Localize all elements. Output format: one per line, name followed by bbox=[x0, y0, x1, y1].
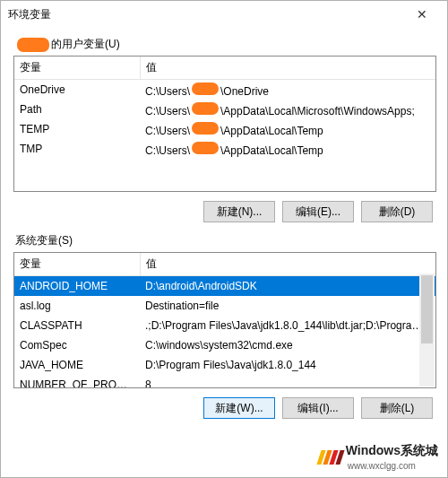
cell-var-name: JAVA_HOME bbox=[14, 355, 140, 375]
col-header-value[interactable]: 值 bbox=[140, 56, 435, 80]
censor-mark bbox=[192, 83, 219, 95]
cell-var-name: TEMP bbox=[14, 119, 140, 139]
watermark-text: Windows系统城 bbox=[346, 443, 438, 457]
censor-mark bbox=[192, 142, 219, 154]
watermark-url: www.wxclgg.com bbox=[348, 461, 416, 471]
system-vars-table[interactable]: 变量 值 ANDROID_HOMED:\android\AndroidSDKas… bbox=[13, 252, 436, 388]
system-vars-buttons: 新建(W)... 编辑(I)... 删除(L) bbox=[13, 397, 433, 419]
cell-var-value: Destination=file bbox=[140, 296, 435, 316]
system-edit-button[interactable]: 编辑(I)... bbox=[282, 397, 354, 419]
table-row[interactable]: PathC:\Users\\AppData\Local\Microsoft\Wi… bbox=[14, 100, 435, 119]
col-header-name[interactable]: 变量 bbox=[14, 253, 140, 276]
close-button[interactable]: ✕ bbox=[404, 2, 440, 27]
cell-var-name: TMP bbox=[14, 139, 140, 159]
censor-mark bbox=[192, 122, 219, 135]
censor-mark bbox=[192, 102, 219, 115]
user-delete-button[interactable]: 删除(D) bbox=[361, 201, 433, 222]
col-header-value[interactable]: 值 bbox=[140, 253, 435, 276]
cell-var-value: D:\android\AndroidSDK bbox=[140, 276, 435, 297]
cell-var-name: ANDROID_HOME bbox=[14, 276, 140, 297]
cell-var-value: D:\Program Files\Java\jdk1.8.0_144 bbox=[140, 355, 435, 375]
close-icon: ✕ bbox=[417, 7, 427, 22]
table-header-row: 变量 值 bbox=[14, 253, 435, 276]
table-row[interactable]: TEMPC:\Users\\AppData\Local\Temp bbox=[14, 119, 435, 139]
user-vars-label: 的用户变量(U) bbox=[15, 37, 436, 52]
table-row[interactable]: TMPC:\Users\\AppData\Local\Temp bbox=[14, 139, 435, 159]
user-vars-buttons: 新建(N)... 编辑(E)... 删除(D) bbox=[13, 201, 433, 222]
window-title: 环境变量 bbox=[8, 7, 404, 22]
table-row[interactable]: NUMBER_OF_PROCESSORS8 bbox=[14, 375, 435, 388]
scrollbar-thumb[interactable] bbox=[421, 275, 433, 343]
cell-var-value: 8 bbox=[140, 375, 435, 388]
scrollbar[interactable] bbox=[419, 274, 435, 387]
table-row[interactable]: asl.logDestination=file bbox=[14, 296, 435, 316]
system-new-button[interactable]: 新建(W)... bbox=[203, 397, 275, 419]
cell-var-value: C:\Users\\AppData\Local\Temp bbox=[140, 119, 435, 139]
dialog-body: 的用户变量(U) 变量 值 OneDriveC:\Users\\OneDrive… bbox=[1, 28, 447, 419]
watermark: Windows系统城 www.wxclgg.com bbox=[319, 443, 438, 472]
table-row[interactable]: CLASSPATH.;D:\Program Files\Java\jdk1.8.… bbox=[14, 316, 435, 335]
cell-var-value: C:\Users\\AppData\Local\Temp bbox=[140, 139, 435, 159]
cell-var-name: NUMBER_OF_PROCESSORS bbox=[14, 375, 140, 388]
env-vars-dialog: 环境变量 ✕ 的用户变量(U) 变量 值 OneDriveC:\Users\\O… bbox=[0, 0, 448, 478]
table-row[interactable]: ANDROID_HOMED:\android\AndroidSDK bbox=[14, 276, 435, 297]
table-header-row: 变量 值 bbox=[14, 56, 435, 80]
titlebar: 环境变量 ✕ bbox=[1, 1, 447, 28]
col-header-name[interactable]: 变量 bbox=[14, 56, 140, 80]
cell-var-name: OneDrive bbox=[14, 80, 140, 100]
cell-var-name: ComSpec bbox=[14, 335, 140, 355]
cell-var-name: asl.log bbox=[14, 296, 140, 316]
user-new-button[interactable]: 新建(N)... bbox=[203, 201, 275, 222]
cell-var-name: CLASSPATH bbox=[14, 316, 140, 335]
censor-mark bbox=[17, 38, 49, 52]
table-row[interactable]: OneDriveC:\Users\\OneDrive bbox=[14, 80, 435, 100]
user-vars-table[interactable]: 变量 值 OneDriveC:\Users\\OneDrivePathC:\Us… bbox=[13, 56, 436, 192]
cell-var-value: .;D:\Program Files\Java\jdk1.8.0_144\lib… bbox=[140, 316, 435, 335]
user-edit-button[interactable]: 编辑(E)... bbox=[282, 201, 354, 222]
watermark-bars-icon bbox=[316, 450, 344, 465]
table-row[interactable]: JAVA_HOMED:\Program Files\Java\jdk1.8.0_… bbox=[14, 355, 435, 375]
cell-var-value: C:\Users\\OneDrive bbox=[140, 80, 435, 100]
system-vars-label: 系统变量(S) bbox=[15, 233, 436, 248]
cell-var-value: C:\Users\\AppData\Local\Microsoft\Window… bbox=[140, 100, 435, 119]
table-row[interactable]: ComSpecC:\windows\system32\cmd.exe bbox=[14, 335, 435, 355]
cell-var-value: C:\windows\system32\cmd.exe bbox=[140, 335, 435, 355]
cell-var-name: Path bbox=[14, 100, 140, 119]
system-delete-button[interactable]: 删除(L) bbox=[361, 397, 433, 419]
